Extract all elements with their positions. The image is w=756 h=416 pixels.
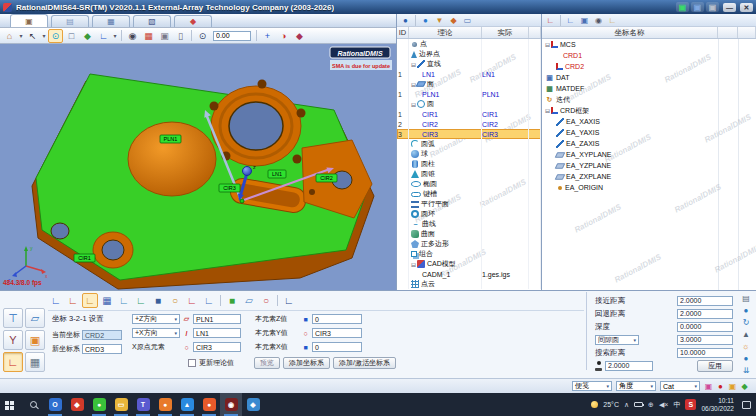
- tray-expand-chevron-icon[interactable]: ∧: [624, 401, 629, 409]
- preview-button[interactable]: 预览: [254, 357, 280, 369]
- rotate-circle-icon[interactable]: ○: [258, 293, 274, 308]
- coord-row-crd框架[interactable]: ⊟CRD框架: [542, 105, 756, 116]
- feature-category-圆环[interactable]: 圆环: [397, 209, 541, 219]
- feature-row-cir2[interactable]: 2CIR2CIR2: [397, 119, 541, 129]
- feature-category-曲线[interactable]: ~曲线: [397, 219, 541, 229]
- coord-row-ea_origin[interactable]: EA_ORIGIN: [542, 182, 756, 193]
- quickaccess-icon[interactable]: ●: [198, 393, 220, 416]
- layout-pink-icon[interactable]: ▣: [703, 381, 714, 392]
- layout-orange-icon[interactable]: ▣: [727, 381, 738, 392]
- weather-icon[interactable]: [591, 401, 598, 408]
- security-shield-icon[interactable]: ◆: [66, 393, 88, 416]
- model-import-icon[interactable]: ◆: [80, 29, 95, 43]
- coord-row-dat[interactable]: ▣DAT: [542, 72, 756, 83]
- param-field-2[interactable]: 2.0000: [677, 309, 733, 319]
- collapse-icon[interactable]: ⇊: [739, 365, 753, 376]
- remote-session-icon[interactable]: ▣: [676, 2, 689, 12]
- sphere-view-icon[interactable]: ●: [739, 305, 753, 316]
- csys-save-icon[interactable]: ∟: [201, 293, 217, 308]
- settings-icon[interactable]: ☼: [739, 341, 753, 352]
- update-notice[interactable]: SMA is due for update: [330, 60, 392, 70]
- feature-monitor-icon[interactable]: ▭: [461, 15, 474, 26]
- csys-apply-icon[interactable]: ∟: [281, 293, 297, 308]
- stylus-button[interactable]: Y: [3, 330, 23, 350]
- param-field-1[interactable]: 2.0000: [677, 296, 733, 306]
- coord-axis-icon[interactable]: ∟: [544, 15, 557, 26]
- cursor-icon[interactable]: ↖: [25, 29, 40, 43]
- zoom-level-input[interactable]: [213, 31, 251, 41]
- record-icon[interactable]: ●: [715, 381, 726, 392]
- coord-row-ea_xyplane[interactable]: EA_XYPLANE: [542, 149, 756, 160]
- axis-triad-icon[interactable]: ∟: [96, 29, 111, 43]
- refresh-features-icon[interactable]: ●: [399, 15, 412, 26]
- probe-manager-icon[interactable]: ◆: [292, 29, 307, 43]
- minimize-button[interactable]: —: [723, 3, 736, 12]
- view-rotate-icon[interactable]: ⊙: [48, 29, 63, 43]
- expand-toggle[interactable]: ⊟: [545, 41, 550, 48]
- snap-green-icon[interactable]: ◆: [739, 381, 750, 392]
- csys-offset-icon[interactable]: ∟: [116, 293, 132, 308]
- feature-label-cir1[interactable]: CIR1: [74, 254, 95, 262]
- feature-row-cadm_1[interactable]: CADM_11.ges.igs: [397, 269, 541, 279]
- delete-trash-icon[interactable]: ▯: [173, 29, 188, 43]
- filter-features-icon[interactable]: ▼: [433, 15, 446, 26]
- print-setup-icon[interactable]: ▣: [706, 2, 719, 12]
- feature-category-边界点[interactable]: 边界点: [397, 49, 541, 59]
- feature-row-cir1[interactable]: 1CIR1CIR1: [397, 109, 541, 119]
- feature-category-面[interactable]: ⊟面: [397, 79, 541, 89]
- probe-tool-icon[interactable]: ▣: [157, 29, 172, 43]
- feature-category-圆锥[interactable]: 圆锥: [397, 169, 541, 179]
- feature-row-cir3[interactable]: 3CIR3CIR3: [397, 129, 541, 139]
- fit-cube-icon[interactable]: ■: [224, 293, 240, 308]
- network-icon[interactable]: ⊕: [648, 401, 654, 409]
- feature-label-cir2[interactable]: CIR2: [316, 174, 337, 182]
- param-field-4[interactable]: 3.0000: [677, 335, 733, 345]
- csys-plp-icon[interactable]: ▦: [99, 293, 115, 308]
- element-value-field-3[interactable]: 0: [312, 342, 362, 352]
- add-coord-button[interactable]: 添加坐标系: [283, 357, 330, 369]
- tab-document[interactable]: ▤: [51, 15, 89, 27]
- refresh-icon[interactable]: ↻: [739, 317, 753, 328]
- add-activate-coord-button[interactable]: 添加/激活坐标系: [333, 357, 396, 369]
- language-indicator[interactable]: 中: [673, 400, 680, 410]
- feature-category-直线[interactable]: ⊟直线: [397, 59, 541, 69]
- feature-field-2[interactable]: LN1: [193, 328, 241, 338]
- select-features-icon[interactable]: ●: [419, 15, 432, 26]
- origin-ball[interactable]: [243, 167, 252, 176]
- feature-category-球[interactable]: 球: [397, 149, 541, 159]
- outlook-icon[interactable]: O: [44, 393, 66, 416]
- param-field-3[interactable]: 0.0000: [677, 322, 733, 332]
- csys-bestfit-icon[interactable]: ○: [167, 293, 183, 308]
- zoom-magnifier-icon[interactable]: ⊙: [195, 29, 210, 43]
- home-icon[interactable]: ⌂: [2, 29, 17, 43]
- csys-rotate-icon[interactable]: ∟: [65, 293, 81, 308]
- coord-row-ea_zaxis[interactable]: EA_ZAXIS: [542, 138, 756, 149]
- pocket-feature[interactable]: [128, 122, 216, 196]
- tray-app-badge[interactable]: S: [685, 399, 696, 410]
- coord-row-ea_xaxis[interactable]: EA_XAXIS: [542, 116, 756, 127]
- expand-toggle[interactable]: ⊟: [411, 261, 416, 268]
- status-dropdown-2[interactable]: 角度▾: [616, 381, 656, 391]
- feature-label-pln1[interactable]: PLN1: [160, 135, 181, 143]
- coord-window-icon[interactable]: ▣: [578, 15, 591, 26]
- coord-row-mcs[interactable]: ⊟MCS: [542, 39, 756, 50]
- feature-field-1[interactable]: PLN1: [193, 314, 241, 324]
- direction-dropdown-1[interactable]: +Z方向▾: [132, 314, 180, 324]
- viewport-canvas[interactable]: z PLN1 CIR3 LN1 CIR2 CIR1 y x z: [0, 44, 396, 290]
- calibrate-button[interactable]: ▣: [25, 330, 45, 350]
- dual-monitor-icon[interactable]: ▣: [691, 2, 704, 12]
- tab-table[interactable]: ▦: [92, 15, 130, 27]
- rationaldmis-icon[interactable]: ◉: [220, 393, 242, 416]
- feature-row-pln1[interactable]: 1PLN1PLN1: [397, 89, 541, 99]
- pan-cross-icon[interactable]: +: [260, 29, 275, 43]
- tab-layers[interactable]: ◆: [174, 15, 212, 27]
- machine-button[interactable]: ▦: [25, 352, 45, 372]
- taskbar-search-button[interactable]: [22, 393, 44, 416]
- temperature-readout[interactable]: 25°C: [603, 401, 619, 408]
- coord-row-matdef[interactable]: ▦MATDEF: [542, 83, 756, 94]
- coord-row-ea_zxplane[interactable]: EA_ZXPLANE: [542, 171, 756, 182]
- feature-category-组合[interactable]: 组合: [397, 249, 541, 259]
- coordinate-mode-button[interactable]: ∟: [3, 352, 23, 372]
- status-dropdown-3[interactable]: Cat▾: [660, 381, 700, 391]
- plane-tool-button[interactable]: ▱: [25, 308, 45, 328]
